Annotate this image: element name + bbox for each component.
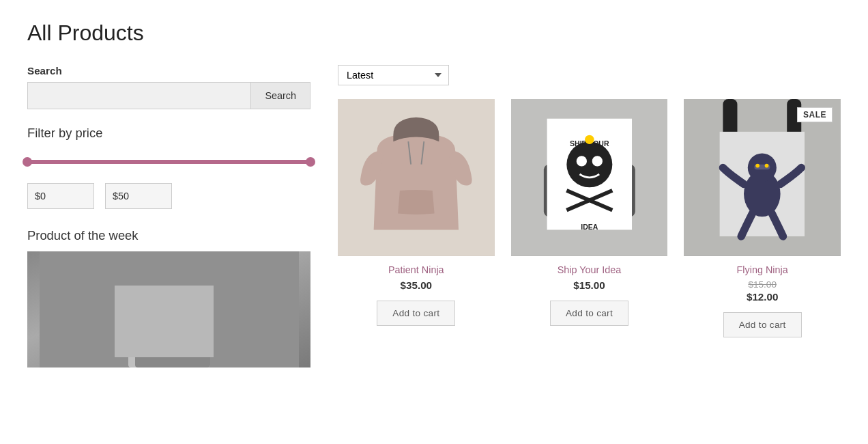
sort-row: Latest Price: Low to High Price: High to…	[338, 65, 841, 85]
sidebar: Search Search Filter by price $0 $50 Pro…	[27, 65, 310, 367]
product-price-flying-ninja: $12.00	[747, 291, 778, 303]
price-max-input[interactable]: $50	[105, 183, 172, 209]
product-image-flying-ninja: SALE	[684, 99, 841, 256]
product-old-price-flying-ninja: $15.00	[748, 279, 777, 290]
product-card: SALE	[684, 99, 841, 337]
price-min-input[interactable]: $0	[27, 183, 94, 209]
sale-badge: SALE	[797, 107, 833, 122]
search-label: Search	[27, 65, 310, 77]
search-button[interactable]: Search	[250, 82, 310, 109]
svg-point-31	[765, 164, 769, 168]
ship-your-idea-illustration: SHIP YOUR IDEA	[511, 99, 668, 256]
price-inputs: $0 $50	[27, 183, 310, 209]
slider-track	[27, 160, 310, 164]
svg-point-30	[756, 164, 760, 168]
product-card: SHIP YOUR IDEA Ship Your Idea $15.00 Add…	[511, 99, 668, 337]
add-to-cart-ship-your-idea[interactable]: Add to cart	[550, 301, 628, 326]
svg-point-17	[592, 156, 602, 166]
product-name-patient-ninja[interactable]: Patient Ninja	[388, 264, 444, 275]
product-image-patient-ninja	[338, 99, 495, 256]
potw-title: Product of the week	[27, 228, 310, 243]
product-image-ship-your-idea: SHIP YOUR IDEA	[511, 99, 668, 256]
potw-illustration	[40, 251, 299, 367]
sort-select[interactable]: Latest Price: Low to High Price: High to…	[338, 65, 449, 85]
product-card: Patient Ninja $35.00 Add to cart	[338, 99, 495, 337]
add-to-cart-flying-ninja[interactable]: Add to cart	[723, 312, 802, 337]
filter-by-price-title: Filter by price	[27, 126, 310, 141]
slider-thumb-min[interactable]	[23, 157, 32, 167]
product-name-flying-ninja[interactable]: Flying Ninja	[737, 264, 788, 275]
flying-ninja-illustration	[684, 99, 841, 256]
add-to-cart-patient-ninja[interactable]: Add to cart	[377, 301, 455, 326]
product-price-patient-ninja: $35.00	[401, 279, 432, 291]
svg-point-16	[576, 156, 586, 166]
page-title: All Products	[27, 20, 841, 46]
search-input[interactable]	[27, 82, 250, 109]
slider-thumb-max[interactable]	[306, 157, 315, 167]
potw-image-inner	[27, 251, 310, 367]
svg-text:IDEA: IDEA	[581, 223, 598, 231]
patient-ninja-illustration	[338, 99, 495, 256]
potw-image	[27, 251, 310, 367]
price-slider[interactable]	[27, 152, 310, 172]
product-price-ship-your-idea: $15.00	[573, 279, 605, 291]
search-row: Search	[27, 82, 310, 109]
main-content: Latest Price: Low to High Price: High to…	[338, 65, 841, 367]
slider-fill	[27, 160, 310, 164]
product-name-ship-your-idea[interactable]: Ship Your Idea	[558, 264, 622, 275]
svg-point-15	[566, 141, 612, 187]
products-grid: Patient Ninja $35.00 Add to cart	[338, 99, 841, 337]
svg-point-22	[585, 135, 594, 144]
svg-rect-7	[115, 286, 214, 357]
